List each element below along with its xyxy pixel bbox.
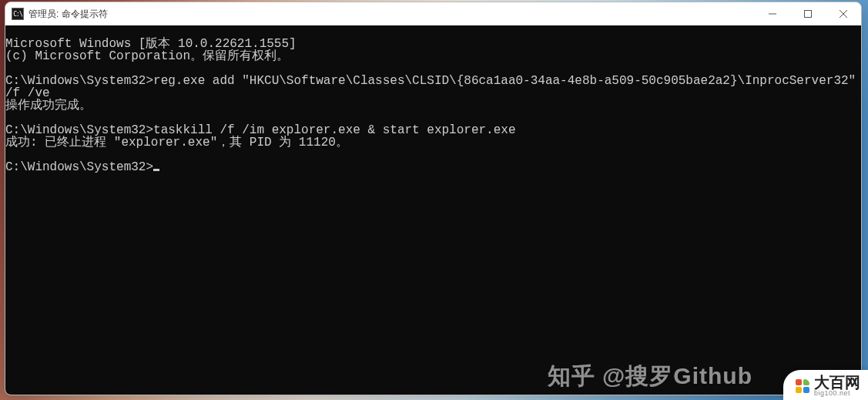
- terminal-line: 操作成功完成。: [5, 99, 92, 113]
- minimize-button[interactable]: [755, 2, 790, 25]
- dabai-logo-icon: [796, 379, 809, 393]
- maximize-icon: [804, 10, 812, 18]
- cmd-icon: C:\: [12, 8, 24, 20]
- cursor: [153, 169, 159, 171]
- desktop-background: C:\ 管理员: 命令提示符 Microsoft Windows [版本 10.…: [0, 0, 868, 400]
- terminal-output[interactable]: Microsoft Windows [版本 10.0.22621.1555] (…: [5, 25, 861, 395]
- close-button[interactable]: [826, 2, 861, 25]
- close-icon: [840, 10, 847, 18]
- zhihu-watermark: 知乎 @搜罗Github: [548, 361, 752, 392]
- cmd-window: C:\ 管理员: 命令提示符 Microsoft Windows [版本 10.…: [5, 2, 862, 395]
- dabai-name-cn: 大百网: [814, 375, 860, 390]
- banner-copyright: (c) Microsoft Corporation。保留所有权利。: [5, 49, 289, 63]
- dabai-watermark: 大百网 big100.net: [783, 370, 868, 400]
- dabai-name-en: big100.net: [814, 390, 860, 397]
- maximize-button[interactable]: [790, 2, 826, 25]
- terminal-line: C:\Windows\System32>reg.exe add "HKCU\So…: [5, 74, 861, 100]
- titlebar[interactable]: C:\ 管理员: 命令提示符: [5, 2, 861, 25]
- svg-rect-0: [805, 11, 812, 18]
- terminal-prompt-current: C:\Windows\System32>: [5, 160, 159, 174]
- window-title: 管理员: 命令提示符: [28, 8, 108, 21]
- minimize-icon: [769, 10, 776, 18]
- terminal-line: 成功: 已终止进程 "explorer.exe"，其 PID 为 11120。: [5, 136, 348, 150]
